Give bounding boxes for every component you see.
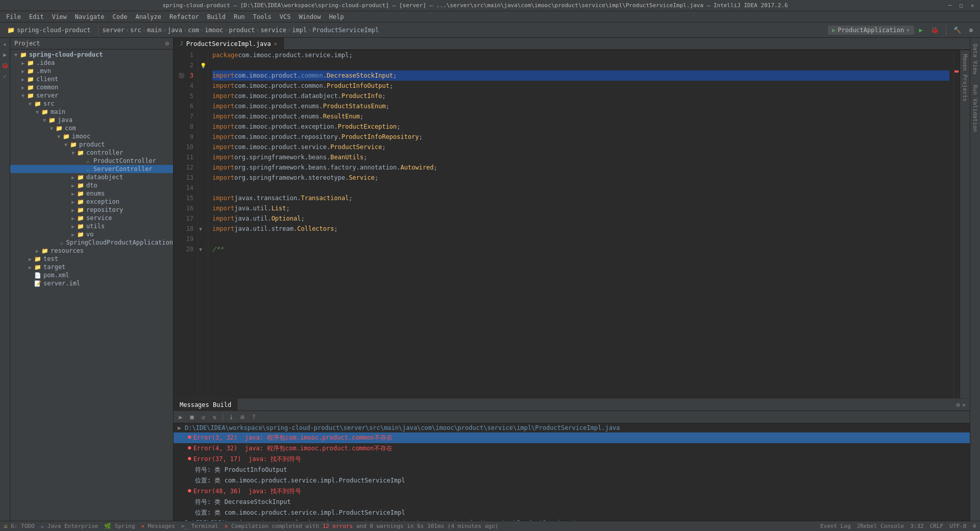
todo-status[interactable]: ☑ 6: TODO — [4, 523, 35, 529]
tree-item-main[interactable]: ▼ 📁 main — [10, 108, 173, 116]
favorites-icon[interactable]: ★ — [2, 40, 8, 49]
menu-refactor[interactable]: Refactor — [165, 12, 203, 21]
debug-button[interactable]: 🐞 — [928, 26, 942, 35]
menu-window[interactable]: Window — [295, 12, 325, 21]
tree-item-controller[interactable]: ▼ 📁 controller — [10, 149, 173, 157]
maven-projects-tab[interactable]: Maven Projects — [961, 50, 969, 106]
tree-item-src[interactable]: ▼ 📁 src — [10, 100, 173, 108]
maximize-button[interactable]: □ — [958, 2, 965, 9]
bottom-close-icon[interactable]: ✕ — [962, 401, 966, 408]
toolbar-project[interactable]: 📁 spring-cloud-product — [4, 26, 94, 35]
menu-navigate[interactable]: Navigate — [71, 12, 109, 21]
tab-size[interactable]: 4 — [972, 523, 976, 529]
menu-tools[interactable]: Tools — [249, 12, 276, 21]
bottom-tab-messages[interactable]: Messages Build — [174, 399, 238, 411]
build-error-1[interactable]: ● Error(3, 32) java: 程序包com.imooc.produc… — [174, 432, 970, 443]
tree-item-server[interactable]: ▼ 📁 server — [10, 91, 173, 100]
stop-button[interactable]: ■ — [187, 412, 197, 422]
tree-item-mvn[interactable]: ▶ 📁 .mvn — [10, 67, 173, 75]
terminal-status[interactable]: >_ Terminal — [181, 523, 218, 529]
run-validation-tab[interactable]: Run Validation — [971, 81, 979, 136]
menu-run[interactable]: Run — [230, 12, 249, 21]
data-view-tab[interactable]: Data View — [971, 40, 979, 79]
breadcrumb-product[interactable]: product — [229, 27, 255, 34]
tree-item-dataobject[interactable]: ▶ 📁 dataobject — [10, 173, 173, 181]
line-ending[interactable]: CRLF — [930, 523, 944, 529]
tree-item-ProductController[interactable]: ☕ ProductController — [10, 157, 173, 165]
todo-icon[interactable]: ✓ — [2, 72, 8, 81]
scroll-to-error-button[interactable]: ⤓ — [226, 412, 236, 422]
debug-icon[interactable]: 🐞 — [1, 61, 10, 70]
breadcrumb-java[interactable]: java — [167, 27, 182, 34]
tree-item-common[interactable]: ▶ 📁 common — [10, 83, 173, 91]
settings-button[interactable]: ⚙ — [966, 26, 976, 35]
tree-item-imooc[interactable]: ▼ 📁 imooc — [10, 132, 173, 140]
event-log-status[interactable]: Event Log — [820, 523, 851, 529]
tree-item-root[interactable]: ▼ 📁 spring-cloud-product — [10, 51, 173, 59]
tree-item-utils[interactable]: ▶ 📁 utils — [10, 222, 173, 230]
build-error-3[interactable]: ● Error(37, 17) java: 找不到符号 — [174, 454, 970, 465]
java-enterprise-status[interactable]: ☕ Java Enterprise — [41, 523, 99, 529]
close-button[interactable]: ✕ — [969, 2, 976, 9]
tree-item-SpringCloudApp[interactable]: ☕ SpringCloudProductApplication — [10, 238, 173, 247]
tree-item-enums[interactable]: ▶ 📁 enums — [10, 189, 173, 198]
breadcrumb-imooc[interactable]: imooc — [205, 27, 223, 34]
breadcrumb-module[interactable]: server — [103, 27, 125, 34]
tree-item-com[interactable]: ▼ 📁 com — [10, 124, 173, 132]
tree-item-service[interactable]: ▶ 📁 service — [10, 214, 173, 222]
tree-item-vo[interactable]: ▶ 📁 vo — [10, 230, 173, 238]
menu-code[interactable]: Code — [109, 12, 132, 21]
menu-file[interactable]: File — [2, 12, 25, 21]
run-button[interactable]: ▶ — [916, 26, 926, 35]
tree-item-idea[interactable]: ▶ 📁 .idea — [10, 59, 173, 67]
tree-item-product[interactable]: ▼ 📁 product — [10, 140, 173, 149]
window-controls[interactable]: ─ □ ✕ — [946, 2, 976, 9]
breadcrumb-main[interactable]: main — [147, 27, 162, 34]
rerun-failed-button[interactable]: ↺ — [198, 412, 208, 422]
breadcrumb-impl[interactable]: impl — [292, 27, 307, 34]
expand-all-button[interactable]: ⊞ — [237, 412, 248, 422]
menu-build[interactable]: Build — [203, 12, 230, 21]
sort-button[interactable]: ⇅ — [209, 412, 219, 422]
menu-vcs[interactable]: VCS — [276, 12, 295, 21]
help-button[interactable]: ? — [249, 412, 259, 422]
encoding[interactable]: UTF-8 — [949, 523, 966, 529]
tree-item-test[interactable]: ▶ 📁 test — [10, 255, 173, 263]
build-error-4[interactable]: ● Error(48, 36) java: 找不到符号 — [174, 486, 970, 497]
build-file-1[interactable]: ▶ D:\IDE\IDEA\workspace\spring-cloud-pro… — [174, 423, 970, 432]
menu-help[interactable]: Help — [325, 12, 348, 21]
breadcrumb-src[interactable]: src — [130, 27, 141, 34]
tree-item-ServerController[interactable]: ☕ ServerController — [10, 165, 173, 173]
fold-icon-18[interactable]: ▼ — [199, 226, 202, 232]
fold-icon-20[interactable]: ▼ — [199, 247, 202, 252]
tree-item-client[interactable]: ▶ 📁 client — [10, 75, 173, 83]
tree-item-pomxml[interactable]: 📄 pom.xml — [10, 271, 173, 279]
menu-edit[interactable]: Edit — [25, 12, 48, 21]
build-file-2[interactable]: ▶ D:\IDE\IDEA\workspace\spring-cloud-pro… — [174, 518, 970, 521]
tree-item-repository[interactable]: ▶ 📁 repository — [10, 206, 173, 214]
menu-analyze[interactable]: Analyze — [131, 12, 165, 21]
tree-item-java[interactable]: ▼ 📁 java — [10, 116, 173, 124]
bottom-settings-icon[interactable]: ⚙ — [957, 401, 960, 408]
build-error-2[interactable]: ● Error(4, 32) java: 程序包com.imooc.produc… — [174, 443, 970, 454]
cursor-position[interactable]: 3:32 — [910, 523, 924, 529]
tree-item-target[interactable]: ▶ 📁 target — [10, 263, 173, 271]
run-config[interactable]: ▶ ProductApplication ▾ — [828, 26, 914, 35]
tree-item-exception[interactable]: ▶ 📁 exception — [10, 198, 173, 206]
tree-item-dto[interactable]: ▶ 📁 dto — [10, 181, 173, 189]
jrebel-status[interactable]: JRebel Console — [857, 523, 904, 529]
tree-item-resources[interactable]: ▶ 📁 resources — [10, 247, 173, 255]
build-button[interactable]: 🔨 — [950, 26, 964, 35]
breadcrumb-service[interactable]: service — [260, 27, 286, 34]
editor-tab-ProductServiceImpl[interactable]: J ProductServiceImpl.java ✕ — [174, 38, 284, 50]
spring-status[interactable]: 🌿 Spring — [104, 523, 135, 529]
code-content[interactable]: package com.imooc.product.service.impl; … — [208, 50, 953, 398]
tree-item-serveriml[interactable]: 📝 server.iml — [10, 279, 173, 287]
run-icon[interactable]: ▶ — [2, 51, 8, 59]
project-settings-icon[interactable]: ⚙ — [165, 40, 169, 47]
menu-view[interactable]: View — [48, 12, 71, 21]
tab-close-icon[interactable]: ✕ — [274, 41, 277, 46]
breadcrumb-com[interactable]: com — [188, 27, 199, 34]
minimize-button[interactable]: ─ — [946, 2, 953, 9]
messages-status[interactable]: ✕ Messages — [141, 523, 175, 529]
